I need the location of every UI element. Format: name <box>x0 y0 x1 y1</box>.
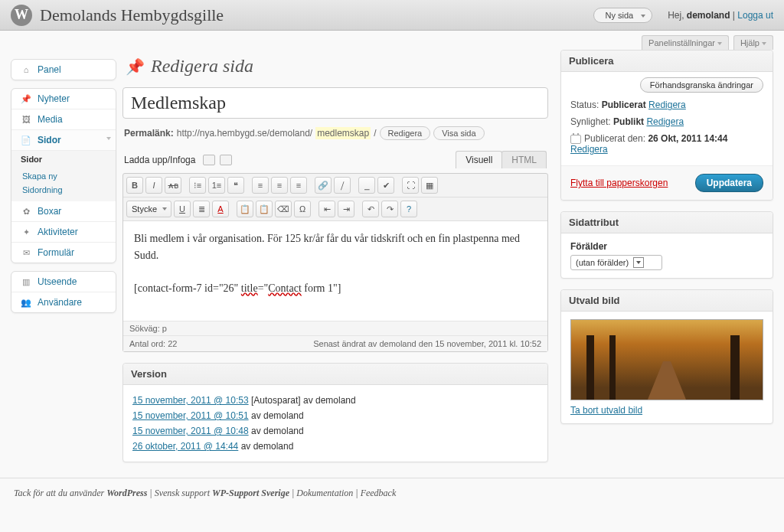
spellcheck-button[interactable]: ✔ <box>377 177 394 194</box>
sidebar-pages-order[interactable]: Sidordning <box>11 183 116 197</box>
pin-icon: 📌 <box>19 93 33 104</box>
permalink-edit-button[interactable]: Redigera <box>380 126 431 140</box>
new-page-button[interactable]: Ny sida <box>593 8 652 23</box>
status-edit-link[interactable]: Redigera <box>648 100 686 110</box>
chevron-down-icon <box>106 137 111 140</box>
update-button[interactable]: Uppdatera <box>695 174 763 192</box>
visibility-row: Synlighet: Publikt Redigera <box>570 113 763 130</box>
sidebar-item-activities[interactable]: ✦Aktiviteter <box>11 222 116 243</box>
footer-feedback-link[interactable]: Feedback <box>361 488 397 498</box>
main-content: 📌 Redigera sida Permalänk: http://nya.he… <box>122 50 548 462</box>
sidebar-item-forms[interactable]: ✉Formulär <box>11 243 116 263</box>
upload-row: Ladda upp/Infoga Visuell HTML <box>122 140 548 173</box>
title-input[interactable] <box>122 87 548 119</box>
sidebar-pages-new[interactable]: Skapa ny <box>11 169 116 183</box>
italic-button[interactable]: I <box>145 177 162 194</box>
revision-item: 26 oktober, 2011 @ 14:44 av demoland <box>132 439 538 454</box>
site-title[interactable]: Demolands Hembygdsgille <box>40 5 593 25</box>
revision-link[interactable]: 15 november, 2011 @ 10:51 <box>132 410 249 421</box>
screen-options-tab[interactable]: Panelinställningar <box>642 35 729 50</box>
indent-button[interactable]: ⇥ <box>338 201 354 217</box>
editor-path: Sökväg: p <box>123 321 547 335</box>
howdy-text: Hej, demoland | Logga ut <box>668 10 773 21</box>
tab-html[interactable]: HTML <box>501 151 547 168</box>
underline-button[interactable]: U <box>174 201 191 217</box>
bold-button[interactable]: B <box>126 177 143 194</box>
more-button[interactable]: ⎯ <box>358 177 375 194</box>
revision-item: 15 november, 2011 @ 10:48 av demoland <box>132 423 538 439</box>
redo-button[interactable]: ↷ <box>381 201 398 217</box>
revision-link[interactable]: 26 oktober, 2011 @ 14:44 <box>132 441 238 452</box>
permalink-row: Permalänk: http://nya.hembygd.se/demolan… <box>122 119 548 140</box>
toolbar-row-1: B I ᴀʙ ⁝≡ 1≡ ❝ ≡ ≡ ≡ 🔗 ⧸ ⎯ ✔ <box>123 174 547 197</box>
ol-button[interactable]: 1≡ <box>208 177 225 194</box>
footer-docs-link[interactable]: Dokumentation <box>296 488 353 498</box>
sidebar-item-pages[interactable]: 📄Sidor <box>11 130 116 151</box>
sidebar-item-news[interactable]: 📌Nyheter <box>11 89 116 109</box>
permalink-slug[interactable]: medlemskap <box>315 127 371 139</box>
featured-image[interactable] <box>570 319 763 400</box>
remove-format-button[interactable]: ⌫ <box>275 201 292 217</box>
published-edit-link[interactable]: Redigera <box>570 144 608 155</box>
upload-media-icon[interactable] <box>220 155 232 165</box>
admin-sidebar: ⌂Panel 📌Nyheter 🖼Media 📄Sidor Sidor Skap… <box>0 50 122 478</box>
paste-word-button[interactable]: 📋 <box>256 201 273 217</box>
charmap-button[interactable]: Ω <box>294 201 311 217</box>
link-button[interactable]: 🔗 <box>315 177 332 194</box>
featured-heading: Utvald bild <box>561 290 773 312</box>
textcolor-button[interactable]: A <box>212 201 229 217</box>
sidebar-item-boxes[interactable]: ✿Boxar <box>11 201 116 222</box>
help-tab[interactable]: Hjälp <box>733 35 773 50</box>
sidebar-pages-all[interactable]: Sidor <box>11 151 116 168</box>
editor-body[interactable]: Bli medlem i vår organisation. För 125 k… <box>123 221 547 321</box>
help-button[interactable]: ? <box>400 201 417 217</box>
toolbar-row-2: Stycke U ≣ A 📋 📋 ⌫ Ω ⇤ ⇥ ↶ ↷ ? <box>123 197 547 221</box>
attributes-heading: Sidattribut <box>561 212 773 233</box>
revision-link[interactable]: 15 november, 2011 @ 10:53 <box>132 395 249 406</box>
kitchensink-button[interactable]: ▦ <box>421 177 438 194</box>
chevron-down-icon <box>641 15 645 18</box>
preview-button[interactable]: Förhandsgranska ändringar <box>640 77 763 93</box>
tab-visual[interactable]: Visuell <box>456 151 502 168</box>
sidebar-item-media[interactable]: 🖼Media <box>11 109 116 130</box>
chevron-down-icon <box>717 42 722 45</box>
page-heading: Redigera sida <box>151 56 253 77</box>
upload-image-icon[interactable] <box>203 155 215 165</box>
undo-button[interactable]: ↶ <box>362 201 379 217</box>
chevron-down-icon <box>762 42 766 45</box>
unlink-button[interactable]: ⧸ <box>334 177 351 194</box>
published-row: Publicerat den: 26 Okt, 2011 14:44 Redig… <box>570 130 763 158</box>
align-right-button[interactable]: ≡ <box>290 177 307 194</box>
calendar-icon <box>570 135 581 144</box>
visibility-edit-link[interactable]: Redigera <box>646 116 684 127</box>
footer-support-link[interactable]: WP-Support Sverige <box>212 488 289 498</box>
footer-wordpress-link[interactable]: WordPress <box>106 488 147 498</box>
username-link[interactable]: demoland <box>687 10 730 21</box>
fullscreen-button[interactable]: ⛶ <box>402 177 419 194</box>
trash-link[interactable]: Flytta till papperskorgen <box>570 178 668 188</box>
align-left-button[interactable]: ≡ <box>252 177 269 194</box>
parent-select[interactable]: (utan förälder) <box>570 255 662 270</box>
attributes-box: Sidattribut Förälder (utan förälder) <box>560 211 773 279</box>
quote-button[interactable]: ❝ <box>227 177 244 194</box>
revision-item: 15 november, 2011 @ 10:51 av demoland <box>132 408 538 423</box>
star-icon: ✦ <box>19 227 33 237</box>
paste-text-button[interactable]: 📋 <box>237 201 253 217</box>
media-icon: 🖼 <box>19 114 33 125</box>
ul-button[interactable]: ⁝≡ <box>189 177 206 194</box>
sidebar-item-panel[interactable]: ⌂Panel <box>11 60 116 80</box>
remove-featured-link[interactable]: Ta bort utvald bild <box>570 405 642 416</box>
outdent-button[interactable]: ⇤ <box>318 201 335 217</box>
view-page-button[interactable]: Visa sida <box>433 126 484 140</box>
wordpress-logo-icon[interactable]: W <box>11 5 32 26</box>
align-center-button[interactable]: ≡ <box>271 177 288 194</box>
logout-link[interactable]: Logga ut <box>737 10 773 21</box>
revision-link[interactable]: 15 november, 2011 @ 10:48 <box>132 426 249 436</box>
format-select[interactable]: Stycke <box>126 201 172 217</box>
featured-image-box: Utvald bild Ta bort utvald bild <box>560 289 773 424</box>
align-justify-button[interactable]: ≣ <box>193 201 210 217</box>
strike-button[interactable]: ᴀʙ <box>165 177 181 194</box>
gear-icon: ✿ <box>19 206 33 217</box>
sidebar-item-users[interactable]: 👥Användare <box>11 292 116 312</box>
sidebar-item-appearance[interactable]: ▥Utseende <box>11 272 116 292</box>
